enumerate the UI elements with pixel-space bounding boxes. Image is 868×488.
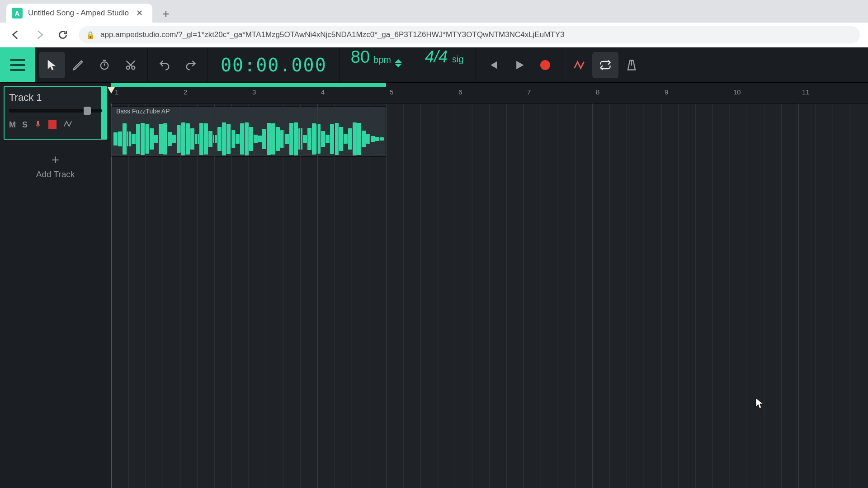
app-root: 00:00.000 80 bpm 4/4 sig — [0, 47, 868, 488]
new-tab-button[interactable]: + — [157, 5, 175, 23]
track-header[interactable]: Track 1 M S — [4, 86, 107, 140]
browser-toolbar: 🔒 app.ampedstudio.com/?_gl=1*zkt20c*_ga*… — [0, 23, 868, 47]
loop-button[interactable] — [592, 52, 618, 78]
record-button[interactable] — [532, 52, 558, 78]
timesig-control[interactable]: 4/4 sig — [413, 47, 476, 82]
midi-input-icon[interactable] — [48, 120, 57, 129]
browser-tab[interactable]: A Untitled Song - Amped Studio ✕ — [6, 4, 152, 23]
editor: Track 1 M S + Add Tra — [0, 83, 868, 488]
forward-button[interactable] — [32, 27, 47, 42]
pencil-tool[interactable] — [65, 52, 91, 78]
svg-rect-3 — [37, 121, 39, 125]
tempo-up-icon[interactable] — [395, 59, 402, 63]
timecode-display[interactable]: 00:00.000 — [208, 47, 340, 82]
mute-button[interactable]: M — [9, 120, 16, 130]
playhead-marker[interactable] — [108, 87, 115, 94]
pointer-tool[interactable] — [39, 52, 65, 78]
tempo-down-icon[interactable] — [395, 64, 402, 67]
bar-number: 2 — [184, 88, 187, 96]
tempo-stepper[interactable] — [395, 59, 402, 67]
cut-tool[interactable] — [118, 52, 144, 78]
loop-region[interactable] — [111, 83, 386, 87]
bar-number: 9 — [665, 88, 668, 96]
bar-number: 11 — [802, 88, 810, 96]
timesig-label: sig — [452, 54, 464, 65]
bar-number: 7 — [527, 88, 531, 96]
arranger-lanes[interactable]: Bass FuzzTube AP — [111, 103, 868, 488]
arranger[interactable]: 1234567891011 Bass FuzzTube AP — [111, 83, 868, 488]
undo-button[interactable] — [151, 52, 178, 78]
tab-title: Untitled Song - Amped Studio — [28, 9, 129, 18]
tempo-value: 80 — [351, 47, 370, 67]
track-panel: Track 1 M S + Add Tra — [0, 83, 111, 488]
tempo-unit: bpm — [373, 55, 391, 65]
browser-tabstrip: A Untitled Song - Amped Studio ✕ + — [0, 0, 868, 23]
track-accent — [101, 87, 106, 139]
tab-close-icon[interactable]: ✕ — [134, 8, 144, 18]
url-text: app.ampedstudio.com/?_gl=1*zkt20c*_ga*MT… — [100, 30, 565, 39]
reload-button[interactable] — [55, 27, 71, 42]
timecode-value: 00:00.000 — [221, 55, 327, 75]
record-arm-icon[interactable] — [34, 119, 42, 130]
bar-number: 3 — [252, 88, 256, 96]
slider-thumb[interactable] — [84, 107, 91, 115]
track-controls: M S — [9, 119, 102, 131]
metronome-button[interactable] — [618, 52, 645, 78]
menu-button[interactable] — [0, 47, 35, 82]
add-track-button[interactable]: + Add Track — [0, 143, 111, 189]
solo-button[interactable]: S — [22, 120, 28, 130]
bar-number: 1 — [115, 88, 118, 96]
plus-icon: + — [52, 153, 60, 167]
favicon: A — [12, 8, 23, 19]
timeline-ruler[interactable]: 1234567891011 — [111, 83, 868, 103]
automation-icon[interactable] — [566, 52, 592, 78]
address-bar[interactable]: 🔒 app.ampedstudio.com/?_gl=1*zkt20c*_ga*… — [79, 26, 860, 43]
lock-icon: 🔒 — [86, 31, 95, 39]
bar-number: 5 — [390, 88, 393, 96]
transport-group — [476, 47, 562, 82]
bar-number: 10 — [733, 88, 741, 96]
redo-button[interactable] — [178, 52, 204, 78]
back-button[interactable] — [8, 27, 24, 42]
track-volume-slider[interactable] — [9, 109, 102, 113]
rewind-button[interactable] — [480, 52, 506, 78]
automation-toggle-icon[interactable] — [63, 119, 73, 131]
clip-label: Bass FuzzTube AP — [116, 108, 170, 115]
timer-tool[interactable] — [91, 52, 118, 78]
track-name[interactable]: Track 1 — [9, 92, 102, 103]
tempo-control[interactable]: 80 bpm — [340, 47, 413, 82]
tool-group-history — [148, 47, 208, 82]
timesig-value: 4/4 — [425, 47, 448, 66]
mouse-cursor — [755, 398, 764, 409]
bar-number: 4 — [321, 88, 325, 96]
bar-number: 8 — [596, 88, 599, 96]
play-button[interactable] — [506, 52, 532, 78]
app-toolbar: 00:00.000 80 bpm 4/4 sig — [0, 47, 868, 83]
tool-group-edit — [35, 47, 148, 82]
add-track-label: Add Track — [36, 169, 75, 179]
bar-number: 6 — [458, 88, 462, 96]
extra-group — [562, 47, 648, 82]
